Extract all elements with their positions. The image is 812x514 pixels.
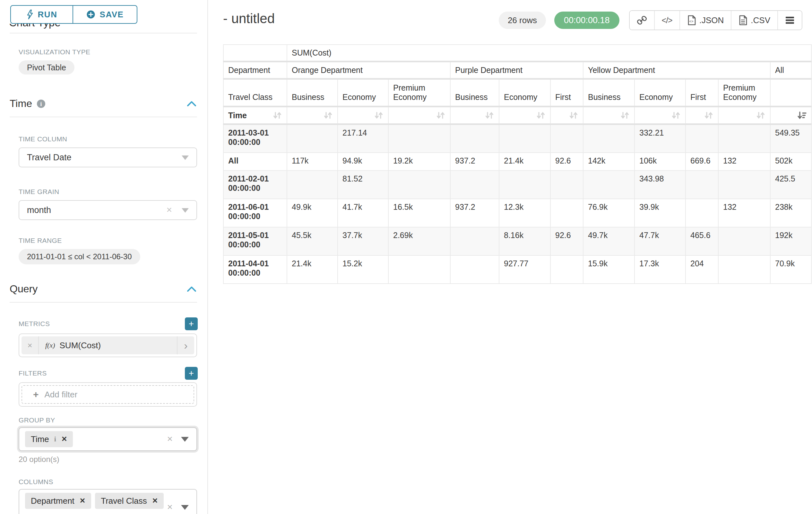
time-column-label: TIME COLUMN	[19, 135, 207, 143]
add-filter-dropzone[interactable]: + Add filter	[22, 385, 194, 404]
pivot-cell: 117k	[287, 153, 338, 170]
remove-tag-icon[interactable]: ✕	[152, 497, 158, 505]
time-range-pill[interactable]: 2011-01-01 ≤ col < 2011-06-30	[19, 249, 140, 264]
pivot-cell	[388, 255, 450, 284]
group-by-tag[interactable]: Timei✕	[25, 431, 73, 447]
embed-code-button[interactable]: </>	[654, 11, 679, 30]
column-sort-header[interactable]	[287, 107, 338, 124]
control-panel-sidebar: Chart Type RUN SAVE VISUALIZATION TYPE	[0, 0, 208, 514]
collapse-chevron-icon[interactable]	[186, 100, 197, 107]
clear-icon[interactable]: ×	[167, 433, 173, 444]
visualization-type-label: VISUALIZATION TYPE	[19, 48, 207, 56]
add-filter-button[interactable]: +	[185, 367, 198, 380]
visualization-type-control: VISUALIZATION TYPE Pivot Table	[0, 48, 207, 75]
collapse-chevron-icon[interactable]	[186, 286, 197, 293]
pivot-cell: 81.52	[338, 170, 388, 199]
chart-header: - untitled 26 rows 00:00:00.18 </> <> .J…	[208, 0, 812, 30]
clear-icon[interactable]: ×	[166, 204, 172, 215]
time-column-select[interactable]: Travel Date	[19, 147, 197, 167]
metric-name: SUM(Cost)	[60, 341, 101, 350]
caret-down-icon[interactable]	[181, 505, 189, 510]
visualization-type-pill[interactable]: Pivot Table	[19, 60, 75, 75]
remove-metric-icon[interactable]: ×	[22, 336, 39, 354]
copy-link-button[interactable]	[630, 11, 654, 30]
pivot-cell: 937.2	[450, 153, 499, 170]
pivot-cell	[686, 124, 718, 153]
column-group-header: Purple Department	[450, 62, 583, 79]
pivot-cell	[550, 255, 583, 284]
more-menu-button[interactable]	[777, 11, 802, 30]
pivot-cell	[550, 124, 583, 153]
csv-file-icon	[738, 15, 748, 25]
svg-text:<>: <>	[689, 19, 693, 23]
chevron-right-icon[interactable]: ›	[177, 336, 194, 354]
column-sort-header[interactable]	[550, 107, 583, 124]
column-sort-header[interactable]	[686, 107, 718, 124]
column-header	[770, 79, 811, 107]
caret-down-icon[interactable]	[181, 437, 189, 442]
table-row: All117k94.9k19.2k937.221.4k92.6142k106k6…	[223, 153, 811, 170]
column-sort-header[interactable]	[338, 107, 388, 124]
pivot-cell: 132	[718, 199, 770, 227]
add-metric-button[interactable]: +	[185, 317, 198, 330]
pivot-cell: 15.2k	[338, 255, 388, 284]
row-header: 2011-02-01 00:00:00	[223, 170, 287, 199]
pivot-cell	[388, 170, 450, 199]
export-csv-button[interactable]: .CSV	[731, 11, 777, 30]
pivot-cell	[718, 170, 770, 199]
metrics-label: METRICS	[19, 320, 50, 328]
sort-icon	[272, 110, 282, 120]
remove-tag-icon[interactable]: ✕	[80, 497, 85, 505]
columns-tag[interactable]: Department✕	[25, 493, 91, 509]
group-by-select[interactable]: Timei✕ ×	[19, 427, 197, 451]
table-row: 2011-05-01 00:00:0045.5k37.7k2.69k8.16k9…	[223, 227, 811, 255]
pivot-cell: 70.9k	[770, 255, 811, 284]
pivot-cell: 92.6	[550, 153, 583, 170]
run-button[interactable]: RUN	[11, 6, 73, 23]
column-sort-header[interactable]	[583, 107, 635, 124]
tag-label: Department	[31, 496, 75, 506]
info-icon[interactable]: i	[37, 99, 46, 108]
column-sort-header[interactable]	[718, 107, 770, 124]
sort-icon	[323, 110, 333, 120]
metric-pill[interactable]: × f(x) SUM(Cost) ›	[22, 336, 194, 354]
group-by-label: GROUP BY	[19, 416, 207, 424]
pivot-cell: 2.69k	[388, 227, 450, 255]
app-root: Chart Type RUN SAVE VISUALIZATION TYPE	[0, 0, 812, 514]
column-sort-header[interactable]	[499, 107, 550, 124]
column-sort-header[interactable]	[388, 107, 450, 124]
column-group-header: Orange Department	[287, 62, 450, 79]
clear-icon[interactable]: ×	[167, 502, 173, 512]
pivot-cell: 16.5k	[388, 199, 450, 227]
column-sort-header[interactable]	[450, 107, 499, 124]
table-row: 2011-02-01 00:00:0081.52343.98425.5	[223, 170, 811, 199]
filters-container: + Add filter	[19, 382, 197, 407]
row-header: All	[223, 153, 287, 170]
pivot-cell: 19.2k	[388, 153, 450, 170]
pivot-cell	[450, 255, 499, 284]
json-file-icon: <>	[687, 15, 696, 25]
remove-tag-icon[interactable]: ✕	[61, 435, 67, 443]
column-group-header: All	[770, 62, 811, 79]
columns-tag[interactable]: Travel Class✕	[95, 493, 164, 509]
group-by-options-hint: 20 option(s)	[19, 455, 207, 464]
section-divider	[10, 117, 197, 117]
pivot-cell: 425.5	[770, 170, 811, 199]
table-row: 2011-06-01 00:00:0049.9k41.7k16.5k937.21…	[223, 199, 811, 227]
pivot-cell: 21.4k	[287, 255, 338, 284]
save-button[interactable]: SAVE	[73, 6, 137, 23]
export-json-button[interactable]: <> .JSON	[679, 11, 731, 30]
pivot-cell: 204	[686, 255, 718, 284]
table-row: 2011-03-01 00:00:00217.14332.21549.35	[223, 124, 811, 153]
time-sort-header[interactable]: Time	[223, 107, 287, 124]
table-row: 2011-04-01 00:00:0021.4k15.2k927.7715.9k…	[223, 255, 811, 284]
pivot-cell: 669.6	[686, 153, 718, 170]
pivot-cell: 332.21	[635, 124, 686, 153]
run-save-button-group: RUN SAVE	[10, 5, 137, 24]
column-sort-header[interactable]	[770, 107, 811, 124]
columns-select[interactable]: Department✕Travel Class✕ ×	[19, 489, 197, 514]
info-icon[interactable]: i	[54, 435, 56, 443]
time-grain-select[interactable]: month ×	[19, 200, 197, 220]
chart-title: - untitled	[223, 11, 275, 26]
column-sort-header[interactable]	[635, 107, 686, 124]
